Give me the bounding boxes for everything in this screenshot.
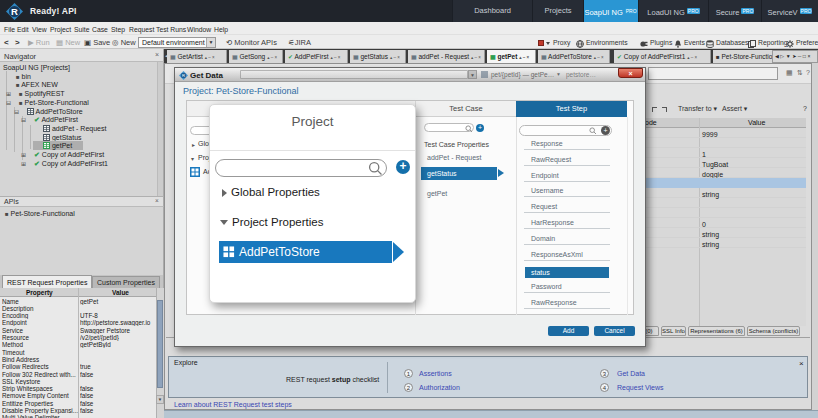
svg-text:R: R	[182, 73, 185, 78]
svg-text:R: R	[11, 6, 18, 17]
